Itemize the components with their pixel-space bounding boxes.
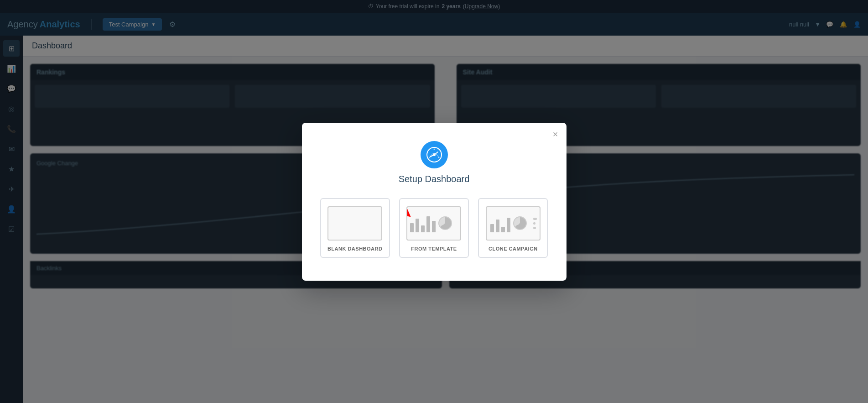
clone-lines — [530, 218, 540, 229]
from-template-visual — [406, 206, 461, 241]
cline3 — [533, 227, 536, 229]
from-template-option[interactable]: FROM TEMPLATE — [399, 198, 469, 258]
template-bars — [410, 214, 436, 232]
clone-campaign-visual — [486, 206, 541, 241]
modal-overlay: × Setup Dashboard — [0, 0, 868, 403]
template-pie — [438, 216, 452, 230]
cline1 — [533, 218, 537, 220]
template-lines — [456, 218, 461, 229]
svg-point-5 — [433, 148, 435, 150]
setup-dashboard-modal: × Setup Dashboard — [302, 123, 567, 281]
blank-dashboard-label: BLANK DASHBOARD — [327, 246, 383, 251]
template-chart-preview — [406, 210, 456, 236]
clone-campaign-option[interactable]: CLONE CAMPAIGN — [478, 198, 548, 258]
cbar2 — [496, 220, 499, 232]
blank-dashboard-visual — [327, 206, 382, 241]
clone-pie — [513, 216, 527, 230]
gauge-svg — [426, 147, 442, 163]
bar5 — [432, 221, 436, 232]
clone-chart-preview — [487, 210, 530, 236]
clone-bars — [490, 214, 510, 232]
svg-point-4 — [429, 157, 430, 158]
from-template-label: FROM TEMPLATE — [411, 246, 457, 251]
bar2 — [416, 219, 419, 232]
cbar4 — [507, 218, 510, 232]
cbar3 — [501, 227, 505, 232]
bar3 — [421, 225, 425, 232]
dashboard-icon — [421, 141, 448, 168]
cbar1 — [490, 224, 494, 232]
blank-dashboard-option[interactable]: BLANK DASHBOARD — [320, 198, 390, 258]
clone-campaign-label: CLONE CAMPAIGN — [489, 246, 538, 251]
modal-title: Setup Dashboard — [399, 174, 470, 184]
bar4 — [426, 216, 430, 232]
cline2 — [533, 222, 535, 225]
svg-point-6 — [438, 157, 439, 158]
modal-close-button[interactable]: × — [553, 129, 558, 140]
bar1 — [410, 223, 414, 232]
modal-header: Setup Dashboard — [320, 141, 548, 184]
modal-options: BLANK DASHBOARD — [320, 198, 548, 258]
